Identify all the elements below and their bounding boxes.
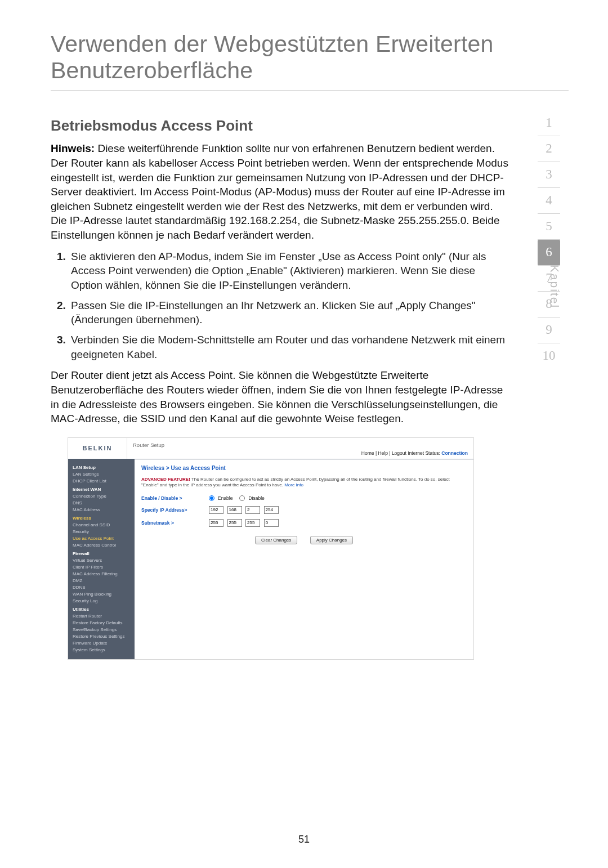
sidebar-client-ip-filters[interactable]: Client IP Filters bbox=[73, 564, 131, 571]
sidebar-connection-type[interactable]: Connection Type bbox=[73, 493, 131, 500]
router-body: LAN Setup LAN Settings DHCP Client List … bbox=[68, 459, 473, 659]
sidebar-restore-previous[interactable]: Restore Previous Settings bbox=[73, 633, 131, 640]
sidebar-channel-ssid[interactable]: Channel and SSID bbox=[73, 522, 131, 529]
sidebar-dmz[interactable]: DMZ bbox=[73, 578, 131, 584]
sidebar-firmware[interactable]: Firmware Update bbox=[73, 640, 131, 647]
button-row: Clear Changes Apply Changes bbox=[141, 536, 467, 544]
chapter-10[interactable]: 10 bbox=[538, 343, 560, 369]
chapter-2[interactable]: 2 bbox=[538, 136, 560, 162]
chapter-nav: 1 2 3 4 5 6 7 8 9 10 bbox=[529, 110, 569, 369]
header-links[interactable]: Home | Help | Logout Internet Status: Co… bbox=[127, 449, 473, 459]
advanced-label: ADVANCED FEATURE! bbox=[141, 477, 190, 482]
page-number: 51 bbox=[0, 834, 608, 845]
step-3: Verbinden Sie die Modem-Schnittstelle am… bbox=[69, 333, 509, 361]
radio-enable[interactable] bbox=[209, 495, 214, 501]
chapter-4[interactable]: 4 bbox=[538, 188, 560, 214]
chapter-3[interactable]: 3 bbox=[538, 162, 560, 188]
content-row: Betriebsmodus Access Point Hinweis: Dies… bbox=[51, 114, 569, 660]
sidebar-dns[interactable]: DNS bbox=[73, 500, 131, 507]
router-main: Wireless > Use as Access Point ADVANCED … bbox=[135, 459, 473, 659]
intro-paragraph: Hinweis: Diese weiterführende Funktion s… bbox=[51, 141, 509, 242]
mask-oct-2[interactable] bbox=[227, 519, 242, 527]
sidebar-header-firewall: Firewall bbox=[73, 551, 131, 557]
router-sidebar: LAN Setup LAN Settings DHCP Client List … bbox=[68, 459, 135, 659]
mask-oct-1[interactable] bbox=[209, 519, 223, 527]
ip-oct-4[interactable] bbox=[264, 506, 279, 514]
router-header: BELKIN Router Setup Home | Help | Logout… bbox=[68, 438, 473, 459]
chapter-6-current[interactable]: 6 bbox=[538, 240, 560, 266]
kapitel-label: Kapitel bbox=[548, 265, 561, 308]
ip-row: Specify IP Address> bbox=[141, 506, 467, 514]
ip-oct-2[interactable] bbox=[227, 506, 242, 514]
sidebar-header-lan: LAN Setup bbox=[73, 464, 131, 471]
chapter-1[interactable]: 1 bbox=[538, 110, 560, 136]
ip-inputs bbox=[209, 506, 281, 514]
chapter-nav-column: 1 2 3 4 5 6 7 8 9 10 Kapitel bbox=[529, 114, 569, 660]
header-links-text: Home | Help | Logout Internet Status: bbox=[361, 450, 441, 456]
radio-disable[interactable] bbox=[239, 495, 245, 501]
title-divider bbox=[51, 91, 569, 91]
mask-oct-4[interactable] bbox=[264, 519, 279, 527]
sidebar-header-wireless: Wireless bbox=[73, 515, 131, 522]
mask-label: Subnetmask > bbox=[141, 520, 209, 526]
sidebar-header-utilities: Utilities bbox=[73, 606, 131, 613]
outro-paragraph: Der Router dient jetzt als Access Point.… bbox=[51, 368, 509, 426]
ip-oct-1[interactable] bbox=[209, 506, 223, 514]
mask-row: Subnetmask > bbox=[141, 519, 467, 527]
breadcrumb: Wireless > Use as Access Point bbox=[141, 465, 467, 471]
main-column: Betriebsmodus Access Point Hinweis: Dies… bbox=[51, 114, 529, 660]
enable-label: Enable / Disable > bbox=[141, 495, 209, 501]
sidebar-dhcp-client-list[interactable]: DHCP Client List bbox=[73, 478, 131, 485]
step-list: Sie aktivieren den AP-Modus, indem Sie i… bbox=[51, 249, 509, 361]
sidebar-security[interactable]: Security bbox=[73, 529, 131, 535]
advanced-feature-note: ADVANCED FEATURE! The Router can be conf… bbox=[141, 477, 467, 489]
mask-inputs bbox=[209, 519, 281, 527]
sidebar-ddns[interactable]: DDNS bbox=[73, 584, 131, 591]
step-1: Sie aktivieren den AP-Modus, indem Sie i… bbox=[69, 249, 509, 293]
sidebar-mac-address[interactable]: MAC Address bbox=[73, 507, 131, 513]
router-ui: BELKIN Router Setup Home | Help | Logout… bbox=[68, 437, 474, 660]
sidebar-security-log[interactable]: Security Log bbox=[73, 598, 131, 605]
sidebar-mac-control[interactable]: MAC Address Control bbox=[73, 542, 131, 549]
step-2: Passen Sie die IP-Einstellungen an Ihr N… bbox=[69, 298, 509, 327]
embedded-screenshot: BELKIN Router Setup Home | Help | Logout… bbox=[68, 437, 473, 660]
internet-status: Connection bbox=[441, 450, 468, 456]
manual-page: Verwenden der Webgestützten Erweiterten … bbox=[0, 0, 608, 868]
router-setup-label: Router Setup bbox=[127, 438, 473, 449]
intro-text: Diese weiterführende Funktion sollte nur… bbox=[51, 142, 508, 241]
sidebar-header-wan: Internet WAN bbox=[73, 486, 131, 493]
sidebar-restore-defaults[interactable]: Restore Factory Defaults bbox=[73, 620, 131, 627]
ip-label: Specify IP Address> bbox=[141, 507, 209, 513]
apply-changes-button[interactable]: Apply Changes bbox=[310, 536, 353, 544]
sidebar-save-backup[interactable]: Save/Backup Settings bbox=[73, 627, 131, 633]
enable-row: Enable / Disable > Enable Disable bbox=[141, 495, 467, 501]
more-info-link[interactable]: More Info bbox=[284, 482, 303, 487]
page-title: Verwenden der Webgestützten Erweiterten … bbox=[51, 31, 569, 84]
enable-radio-group: Enable Disable bbox=[209, 495, 265, 501]
sidebar-mac-filtering[interactable]: MAC Address Filtering bbox=[73, 571, 131, 578]
hinweis-label: Hinweis: bbox=[51, 142, 95, 154]
mask-oct-3[interactable] bbox=[245, 519, 260, 527]
radio-enable-label: Enable bbox=[218, 495, 233, 501]
sidebar-virtual-servers[interactable]: Virtual Servers bbox=[73, 557, 131, 564]
sidebar-restart[interactable]: Restart Router bbox=[73, 613, 131, 620]
chapter-5[interactable]: 5 bbox=[538, 214, 560, 240]
section-heading: Betriebsmodus Access Point bbox=[51, 117, 509, 135]
brand-logo: BELKIN bbox=[68, 438, 127, 459]
clear-changes-button[interactable]: Clear Changes bbox=[255, 536, 297, 544]
sidebar-wan-ping[interactable]: WAN Ping Blocking bbox=[73, 591, 131, 598]
header-right: Router Setup Home | Help | Logout Intern… bbox=[127, 438, 473, 459]
sidebar-system-settings[interactable]: System Settings bbox=[73, 647, 131, 654]
chapter-9[interactable]: 9 bbox=[538, 317, 560, 343]
sidebar-use-as-ap[interactable]: Use as Access Point bbox=[73, 535, 131, 542]
radio-disable-label: Disable bbox=[248, 495, 264, 501]
sidebar-lan-settings[interactable]: LAN Settings bbox=[73, 471, 131, 478]
ip-oct-3[interactable] bbox=[245, 506, 260, 514]
